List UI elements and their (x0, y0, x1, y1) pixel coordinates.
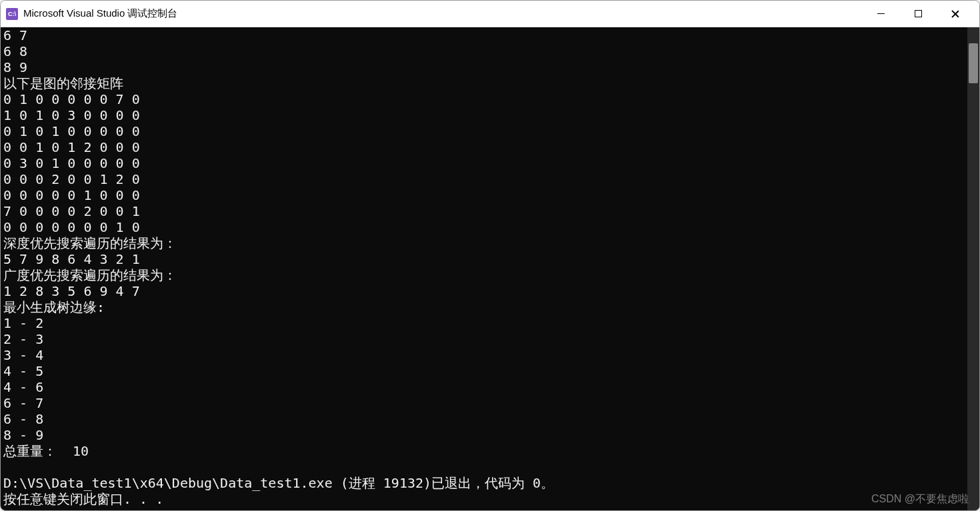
titlebar[interactable]: C:\ Microsoft Visual Studio 调试控制台 (1, 1, 979, 27)
maximize-button[interactable] (899, 1, 937, 27)
window-title: Microsoft Visual Studio 调试控制台 (23, 7, 862, 20)
close-button[interactable] (937, 1, 974, 27)
close-icon (951, 9, 960, 19)
console-body: 6 7 6 8 8 9 以下是图的邻接矩阵 0 1 0 0 0 0 0 7 0 … (1, 27, 979, 510)
scroll-thumb[interactable] (969, 43, 978, 83)
maximize-icon (915, 10, 922, 17)
scrollbar-vertical[interactable] (967, 27, 979, 510)
window-controls (862, 1, 974, 27)
minimize-button[interactable] (862, 1, 899, 27)
console-window: C:\ Microsoft Visual Studio 调试控制台 6 7 6 … (0, 0, 980, 511)
minimize-icon (877, 13, 885, 15)
app-icon: C:\ (6, 8, 18, 20)
console-output[interactable]: 6 7 6 8 8 9 以下是图的邻接矩阵 0 1 0 0 0 0 0 7 0 … (1, 27, 967, 510)
